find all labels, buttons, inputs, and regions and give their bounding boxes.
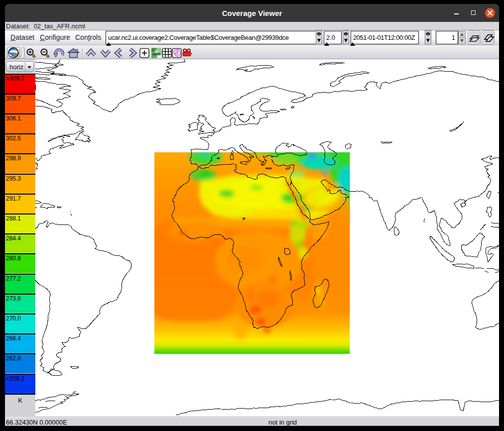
svg-text:data: data bbox=[152, 52, 161, 56]
